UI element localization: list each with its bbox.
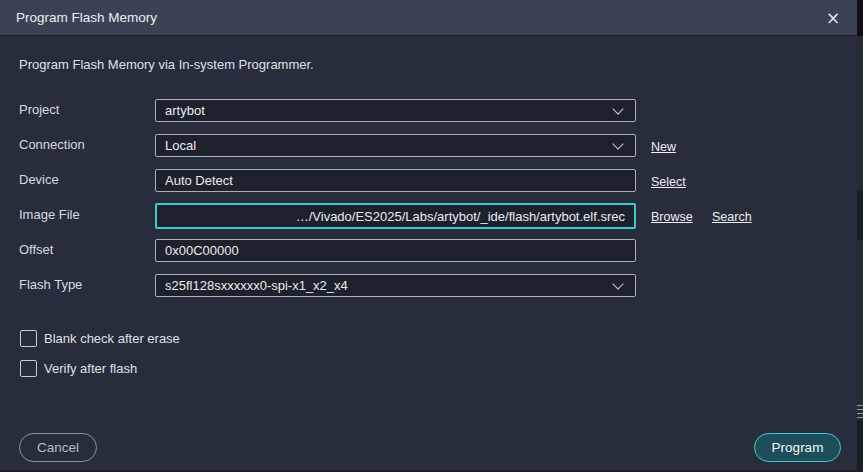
verify-flash-label: Verify after flash [44,361,137,376]
device-input[interactable] [155,169,636,192]
program-button[interactable]: Program [754,433,841,462]
dialog-description: Program Flash Memory via In-system Progr… [19,57,314,72]
background-edge-segment [857,420,863,472]
dialog-title: Program Flash Memory [16,10,157,25]
blank-check-label: Blank check after erase [44,331,180,346]
blank-check-row: Blank check after erase [20,330,180,347]
chevron-down-icon [612,138,623,149]
image-file-label: Image File [19,207,80,222]
program-flash-memory-dialog: Program Flash Memory × Program Flash Mem… [0,0,857,472]
background-edge-segment [857,240,863,405]
flash-type-label: Flash Type [19,277,82,292]
blank-check-checkbox[interactable] [20,330,37,347]
device-select-link[interactable]: Select [651,175,686,189]
image-file-browse-link[interactable]: Browse [651,210,693,224]
background-edge-segment [857,36,863,190]
verify-flash-checkbox[interactable] [20,360,37,377]
device-label: Device [19,172,59,187]
flash-type-dropdown[interactable]: s25fl128sxxxxxx0-spi-x1_x2_x4 [155,274,636,297]
offset-input[interactable] [155,239,636,262]
background-edge-segment [857,0,863,36]
chevron-down-icon [612,278,623,289]
background-window-edge [857,0,863,472]
close-icon[interactable]: × [821,6,845,30]
connection-label: Connection [19,137,85,152]
background-edge-segment [857,190,863,240]
project-dropdown[interactable]: artybot [155,99,636,122]
image-file-search-link[interactable]: Search [712,210,752,224]
offset-label: Offset [19,242,53,257]
chevron-down-icon [612,103,623,114]
dialog-titlebar: Program Flash Memory [0,0,857,36]
background-list-icon [857,405,863,420]
connection-dropdown[interactable]: Local [155,134,636,157]
connection-value: Local [165,138,196,153]
image-file-input[interactable] [155,203,636,229]
flash-type-value: s25fl128sxxxxxx0-spi-x1_x2_x4 [165,278,348,293]
connection-new-link[interactable]: New [651,140,676,154]
verify-flash-row: Verify after flash [20,360,137,377]
cancel-button[interactable]: Cancel [19,433,97,462]
project-value: artybot [165,103,205,118]
project-label: Project [19,102,59,117]
